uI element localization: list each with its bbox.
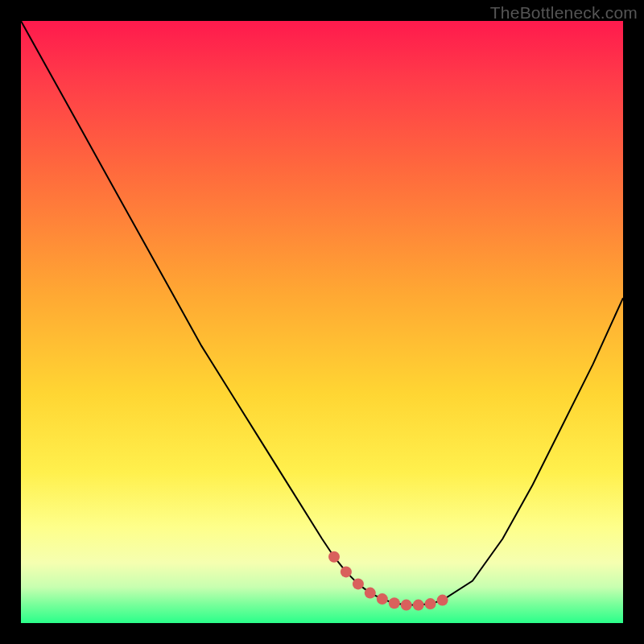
marker-dot	[389, 597, 400, 609]
marker-dot	[365, 588, 376, 599]
curve-path	[21, 21, 623, 605]
marker-dot	[341, 566, 352, 577]
marker-dot	[401, 600, 412, 611]
marker-dot	[353, 578, 364, 589]
marker-dot	[377, 593, 388, 605]
chart-svg	[21, 21, 623, 623]
marker-dot	[425, 598, 436, 609]
marker-dot	[413, 600, 424, 611]
plot-area	[21, 21, 623, 623]
marker-dot	[328, 551, 340, 563]
black-frame: TheBottleneck.com	[0, 0, 644, 644]
attribution-text: TheBottleneck.com	[490, 3, 638, 23]
bottleneck-curve	[21, 21, 623, 605]
marker-dot	[437, 595, 448, 606]
